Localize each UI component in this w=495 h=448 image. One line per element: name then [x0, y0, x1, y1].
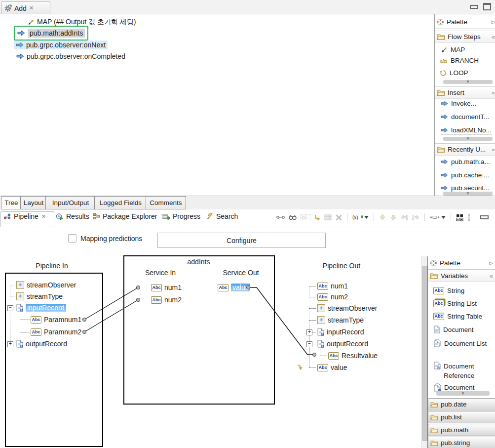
- collapse-toggle[interactable]: −: [7, 305, 13, 311]
- pipeline-out-row-streamtype[interactable]: ✳ streamType: [317, 316, 364, 325]
- maximize-icon[interactable]: [483, 3, 491, 10]
- drop-variable-icon[interactable]: [314, 214, 320, 221]
- tab-package-explorer[interactable]: Package Explorer: [93, 212, 157, 220]
- vertical-dots-icon[interactable]: [467, 214, 470, 221]
- close-icon[interactable]: ✕: [41, 213, 46, 220]
- pipeline-in-row-outputrecord[interactable]: R outputRecord: [16, 339, 67, 348]
- service-in-title: Service In: [133, 268, 188, 277]
- variables-palette-header[interactable]: Palette ▷: [428, 256, 495, 270]
- flow-step-oncompleted[interactable]: pub.grpc.observer:onCompleted: [16, 52, 125, 61]
- assign-value-menu-icon[interactable]: (x): [352, 214, 369, 221]
- pipeline-in-row-paramnum2[interactable]: Abc Paramnum2: [31, 327, 81, 336]
- minimize-icon[interactable]: [470, 5, 478, 9]
- close-icon[interactable]: ✕: [29, 5, 34, 11]
- palette-item-pubsecurity[interactable]: pub.securit...: [441, 184, 489, 192]
- pipeline-out-row-num2[interactable]: Abc num2: [317, 292, 348, 301]
- palette-item-pubcache[interactable]: pub.cache:...: [441, 171, 489, 179]
- folder-icon: [437, 146, 445, 153]
- palette-section-variables[interactable]: Variables «: [428, 270, 495, 282]
- flow-step-addints[interactable]: pub.math:addInts: [14, 26, 88, 41]
- tab-input-output[interactable]: Input/Output: [45, 196, 96, 209]
- palette-scroll-down[interactable]: ▼: [443, 137, 493, 141]
- pipeline-in-row-inputrecord[interactable]: R inputRecord: [16, 303, 66, 312]
- palette-item-loop[interactable]: LOOP: [440, 69, 468, 77]
- palette-item-loadxml[interactable]: loadXMLNo...: [441, 126, 492, 134]
- configure-button[interactable]: Configure: [157, 233, 326, 248]
- pipeline-out-row-streamobserver[interactable]: ✳ streamObserver: [317, 304, 377, 313]
- move-down-disabled-icon: [390, 214, 397, 221]
- variable-label: inputRecord: [327, 328, 364, 336]
- tab-tree[interactable]: Tree: [1, 196, 22, 209]
- tree-line: [309, 320, 316, 321]
- tab-search[interactable]: Search: [206, 212, 238, 220]
- palette-item-string-table[interactable]: Abc String Table: [433, 313, 482, 320]
- tab-comments[interactable]: Comments: [146, 196, 186, 209]
- pipeline-in-row-paramnum1[interactable]: Abc Paramnum1: [31, 315, 81, 324]
- palette-item-label: LOOP: [450, 69, 468, 77]
- editor-tab-add[interactable]: Add ✕: [1, 1, 50, 14]
- pipeline-scrollbar-thumb[interactable]: [422, 266, 427, 441]
- pipeline-out-row-num1[interactable]: Abc num1: [317, 282, 348, 290]
- palette-scroll-down[interactable]: ▼: [443, 80, 493, 84]
- palette-scroll-down[interactable]: ▼: [436, 391, 490, 396]
- palette-item-string-list[interactable]: Abc String List: [433, 300, 477, 307]
- palette-section-insert[interactable]: Insert «: [435, 86, 495, 99]
- tree-line: [309, 297, 316, 297]
- minimize-icon[interactable]: [480, 215, 489, 219]
- pin-icon[interactable]: «: [490, 273, 493, 280]
- folder-icon: [437, 89, 445, 96]
- palette-item-document-list[interactable]: Document List: [434, 339, 488, 348]
- palette-item-invoke[interactable]: Invoke...: [441, 100, 476, 107]
- flow-palette-header[interactable]: Palette ▷: [435, 15, 495, 29]
- tab-progress[interactable]: Progress: [162, 212, 200, 220]
- flow-step-onnext[interactable]: pub.grpc.observer:onNext: [14, 41, 108, 49]
- palette-item-document[interactable]: Document: [434, 326, 474, 333]
- pipeline-in-row-streamtype[interactable]: ✳ streamType: [16, 292, 63, 301]
- pin-icon[interactable]: «: [492, 89, 495, 96]
- palette-item-branch[interactable]: BRANCH: [440, 57, 479, 64]
- palette-item-map[interactable]: MAP: [441, 46, 465, 53]
- expand-toggle[interactable]: +: [306, 329, 312, 335]
- palette-section-recently-used[interactable]: Recently U... «: [435, 143, 495, 156]
- palette-item-document-reference-list[interactable]: R Document: [434, 383, 475, 392]
- tab-logged-fields[interactable]: Logged Fields: [94, 196, 147, 209]
- palette-scroll-down[interactable]: ▼: [443, 192, 493, 196]
- collapse-toggle[interactable]: −: [306, 341, 312, 347]
- right-triangle-icon[interactable]: ▷: [489, 260, 493, 266]
- service-out-row-value[interactable]: Abc value: [218, 283, 250, 292]
- service-in-row-num2[interactable]: Abc num2: [151, 295, 182, 304]
- palette-item-string[interactable]: Abc String: [433, 287, 464, 294]
- palette-item-pubmath[interactable]: pub.math:a...: [441, 158, 490, 165]
- palette-item-documentt[interactable]: documentT...: [441, 113, 489, 121]
- pin-icon[interactable]: «: [492, 146, 495, 153]
- palette-section-flow-steps[interactable]: Flow Steps «: [435, 31, 495, 43]
- service-in-row-num1[interactable]: Abc num1: [151, 283, 182, 292]
- document-reference-icon: R: [317, 328, 324, 336]
- variable-label: outputRecord: [327, 340, 368, 348]
- tab-results[interactable]: Results: [56, 212, 89, 220]
- pipeline-out-row-resultvalue[interactable]: Abc Resultvalue: [328, 351, 378, 360]
- pin-icon[interactable]: «: [492, 34, 495, 41]
- pipeline-in-row-streamobserver[interactable]: ✳ streamObserver: [16, 281, 76, 289]
- link-mapping-icon[interactable]: [276, 215, 285, 219]
- pipeline-out-row-outputrecord[interactable]: R outputRecord: [317, 339, 368, 348]
- pipeline-out-row-value[interactable]: Abc value: [317, 363, 347, 372]
- document-reference-icon: R: [16, 304, 23, 312]
- pipeline-out-row-inputrecord[interactable]: R inputRecord: [317, 327, 364, 336]
- tab-pipeline[interactable]: Pipeline ✕: [3, 212, 46, 220]
- mapping-predictions-checkbox[interactable]: [68, 234, 76, 243]
- invoke-step-icon: [441, 172, 448, 178]
- palette-item-label: Invoke...: [451, 100, 476, 107]
- right-triangle-icon[interactable]: ▷: [491, 19, 495, 25]
- expand-toggle[interactable]: +: [7, 341, 13, 347]
- palette-section-pub-list[interactable]: pub.list: [428, 411, 495, 423]
- tab-layout[interactable]: Layout: [20, 196, 47, 209]
- expand-all-icon[interactable]: [456, 214, 463, 221]
- node-menu-icon[interactable]: [430, 215, 446, 219]
- palette-section-pub-date[interactable]: pub.date: [428, 398, 495, 410]
- find-icon[interactable]: [289, 214, 297, 220]
- palette-section-pub-string[interactable]: pub.string: [428, 437, 495, 448]
- palette-item-document-reference[interactable]: R Document Reference: [434, 362, 487, 380]
- section-title: pub.list: [441, 413, 462, 421]
- palette-section-pub-math[interactable]: pub.math: [428, 424, 495, 436]
